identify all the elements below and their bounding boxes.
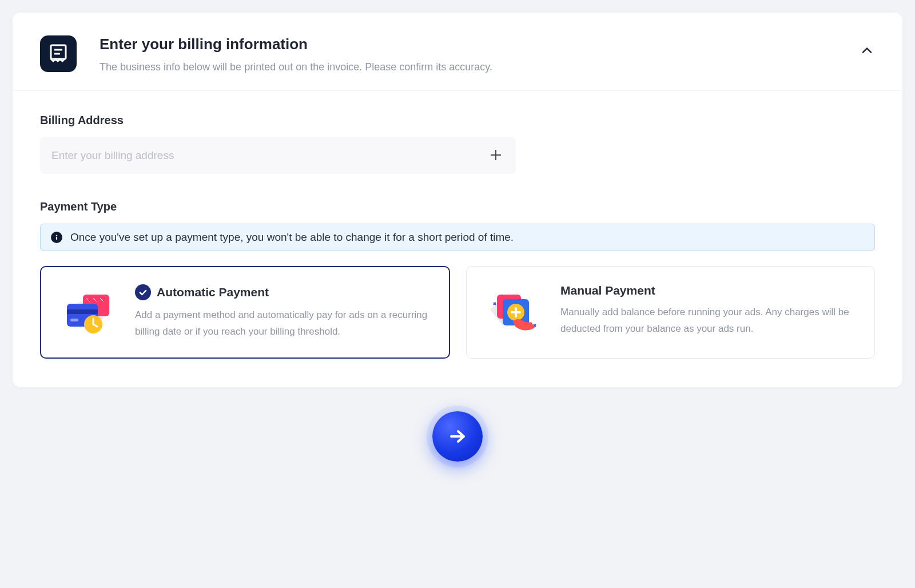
next-button-wrap (13, 411, 902, 484)
card-content: Billing Address Payment Type Once you've… (13, 91, 902, 387)
billing-address-input[interactable] (51, 149, 487, 162)
automatic-payment-title: Automatic Payment (157, 285, 269, 299)
automatic-payment-desc: Add a payment method and automatically p… (135, 307, 433, 340)
manual-payment-desc: Manually add balance before running your… (560, 304, 858, 337)
collapse-toggle[interactable] (857, 41, 877, 63)
billing-address-row (40, 137, 516, 174)
manual-payment-illustration-icon (483, 284, 546, 341)
svg-rect-11 (70, 319, 78, 321)
page-subtitle: The business info below will be printed … (100, 61, 492, 73)
manual-payment-title: Manual Payment (560, 284, 655, 297)
billing-address-label: Billing Address (40, 114, 875, 127)
svg-rect-6 (56, 237, 57, 240)
plus-icon (490, 149, 502, 161)
card-header: Enter your billing information The busin… (13, 13, 902, 91)
chevron-up-icon (860, 44, 874, 58)
arrow-right-icon (447, 426, 468, 447)
svg-point-5 (56, 235, 58, 237)
billing-card: Enter your billing information The busin… (13, 13, 902, 387)
payment-type-label: Payment Type (40, 200, 875, 213)
header-text: Enter your billing information The busin… (100, 35, 492, 73)
payment-option-automatic[interactable]: Automatic Payment Add a payment method a… (40, 266, 450, 359)
svg-rect-0 (51, 45, 66, 59)
payment-info-text: Once you've set up a payment type, you w… (70, 231, 514, 244)
invoice-icon (40, 35, 77, 72)
next-button[interactable] (432, 411, 483, 462)
selected-check-icon (135, 284, 151, 300)
svg-rect-10 (67, 309, 98, 314)
payment-options: Automatic Payment Add a payment method a… (40, 266, 875, 359)
add-address-button[interactable] (487, 146, 504, 165)
payment-info-banner: Once you've set up a payment type, you w… (40, 224, 875, 251)
payment-option-manual[interactable]: Manual Payment Manually add balance befo… (466, 266, 875, 359)
page-title: Enter your billing information (100, 35, 492, 53)
info-icon (51, 232, 62, 243)
automatic-payment-illustration-icon (57, 284, 120, 340)
